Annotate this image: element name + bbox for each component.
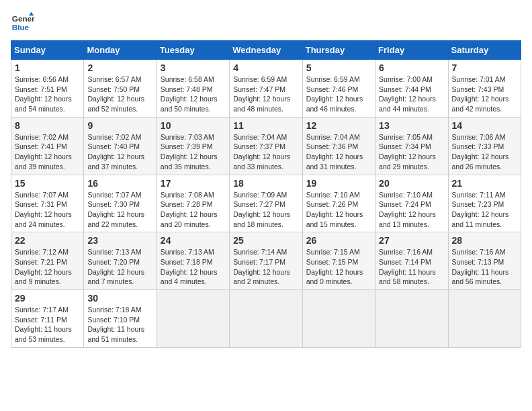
day-of-week-header: Sunday [11, 41, 84, 60]
calendar-week-row: 15Sunrise: 7:07 AM Sunset: 7:31 PM Dayli… [11, 175, 521, 232]
day-of-week-header: Friday [375, 41, 448, 60]
calendar-cell: 26Sunrise: 7:15 AM Sunset: 7:15 PM Dayli… [302, 232, 375, 290]
day-content: Sunrise: 7:11 AM Sunset: 7:23 PM Dayligh… [452, 190, 517, 230]
calendar-header-row: SundayMondayTuesdayWednesdayThursdayFrid… [11, 41, 521, 60]
day-content: Sunrise: 7:10 AM Sunset: 7:24 PM Dayligh… [379, 190, 444, 230]
day-of-week-header: Thursday [302, 41, 375, 60]
calendar-cell: 28Sunrise: 7:16 AM Sunset: 7:13 PM Dayli… [448, 232, 521, 290]
day-number: 13 [379, 120, 444, 131]
calendar-cell: 19Sunrise: 7:10 AM Sunset: 7:26 PM Dayli… [302, 175, 375, 232]
day-number: 29 [15, 293, 80, 304]
day-number: 21 [452, 178, 517, 189]
logo-icon: General Blue [11, 11, 35, 35]
calendar-cell: 18Sunrise: 7:09 AM Sunset: 7:27 PM Dayli… [230, 175, 302, 232]
calendar-cell: 13Sunrise: 7:05 AM Sunset: 7:34 PM Dayli… [375, 117, 448, 175]
calendar-cell [157, 290, 229, 348]
day-number: 3 [161, 62, 226, 73]
day-content: Sunrise: 7:00 AM Sunset: 7:44 PM Dayligh… [379, 75, 444, 114]
calendar-cell: 8Sunrise: 7:02 AM Sunset: 7:41 PM Daylig… [11, 117, 84, 175]
calendar-cell: 4Sunrise: 6:59 AM Sunset: 7:47 PM Daylig… [230, 60, 302, 118]
svg-text:Blue: Blue [12, 23, 30, 32]
day-content: Sunrise: 6:59 AM Sunset: 7:46 PM Dayligh… [306, 75, 371, 114]
day-number: 15 [15, 178, 80, 189]
day-number: 2 [87, 62, 152, 73]
day-number: 20 [379, 178, 444, 189]
day-content: Sunrise: 7:12 AM Sunset: 7:21 PM Dayligh… [15, 247, 80, 287]
calendar-cell: 1Sunrise: 6:56 AM Sunset: 7:51 PM Daylig… [11, 60, 84, 118]
calendar-cell: 11Sunrise: 7:04 AM Sunset: 7:37 PM Dayli… [230, 117, 302, 175]
day-number: 28 [452, 235, 517, 246]
calendar-cell: 25Sunrise: 7:14 AM Sunset: 7:17 PM Dayli… [230, 232, 302, 290]
day-number: 9 [87, 120, 152, 131]
day-content: Sunrise: 7:02 AM Sunset: 7:40 PM Dayligh… [87, 132, 152, 172]
calendar-week-row: 8Sunrise: 7:02 AM Sunset: 7:41 PM Daylig… [11, 117, 521, 175]
calendar-cell: 24Sunrise: 7:13 AM Sunset: 7:18 PM Dayli… [157, 232, 229, 290]
day-content: Sunrise: 7:03 AM Sunset: 7:39 PM Dayligh… [161, 132, 226, 172]
day-content: Sunrise: 7:02 AM Sunset: 7:41 PM Dayligh… [15, 132, 80, 172]
day-number: 1 [15, 62, 80, 73]
calendar-cell: 17Sunrise: 7:08 AM Sunset: 7:28 PM Dayli… [157, 175, 229, 232]
day-content: Sunrise: 7:04 AM Sunset: 7:36 PM Dayligh… [306, 132, 371, 172]
calendar-cell: 7Sunrise: 7:01 AM Sunset: 7:43 PM Daylig… [448, 60, 521, 118]
page-header: General Blue [11, 11, 521, 35]
day-content: Sunrise: 7:10 AM Sunset: 7:26 PM Dayligh… [306, 190, 371, 230]
day-number: 10 [161, 120, 226, 131]
day-number: 25 [233, 235, 298, 246]
day-content: Sunrise: 7:18 AM Sunset: 7:10 PM Dayligh… [87, 305, 152, 345]
day-content: Sunrise: 7:13 AM Sunset: 7:20 PM Dayligh… [87, 247, 152, 287]
day-content: Sunrise: 7:14 AM Sunset: 7:17 PM Dayligh… [233, 247, 298, 287]
calendar-week-row: 29Sunrise: 7:17 AM Sunset: 7:11 PM Dayli… [11, 290, 521, 348]
day-content: Sunrise: 6:56 AM Sunset: 7:51 PM Dayligh… [15, 75, 80, 114]
day-number: 19 [306, 178, 371, 189]
calendar-cell [230, 290, 302, 348]
day-content: Sunrise: 6:58 AM Sunset: 7:48 PM Dayligh… [161, 75, 226, 114]
calendar-cell: 20Sunrise: 7:10 AM Sunset: 7:24 PM Dayli… [375, 175, 448, 232]
day-content: Sunrise: 7:17 AM Sunset: 7:11 PM Dayligh… [15, 305, 80, 345]
calendar-cell: 12Sunrise: 7:04 AM Sunset: 7:36 PM Dayli… [302, 117, 375, 175]
day-content: Sunrise: 7:09 AM Sunset: 7:27 PM Dayligh… [233, 190, 298, 230]
day-content: Sunrise: 7:15 AM Sunset: 7:15 PM Dayligh… [306, 247, 371, 287]
calendar-week-row: 22Sunrise: 7:12 AM Sunset: 7:21 PM Dayli… [11, 232, 521, 290]
day-number: 23 [87, 235, 152, 246]
day-number: 18 [233, 178, 298, 189]
calendar-cell: 5Sunrise: 6:59 AM Sunset: 7:46 PM Daylig… [302, 60, 375, 118]
calendar-cell [302, 290, 375, 348]
calendar-cell: 27Sunrise: 7:16 AM Sunset: 7:14 PM Dayli… [375, 232, 448, 290]
day-content: Sunrise: 7:16 AM Sunset: 7:13 PM Dayligh… [452, 247, 517, 287]
day-number: 17 [161, 178, 226, 189]
day-content: Sunrise: 7:01 AM Sunset: 7:43 PM Dayligh… [452, 75, 517, 114]
day-number: 26 [306, 235, 371, 246]
day-of-week-header: Saturday [448, 41, 521, 60]
calendar-week-row: 1Sunrise: 6:56 AM Sunset: 7:51 PM Daylig… [11, 60, 521, 118]
day-content: Sunrise: 7:06 AM Sunset: 7:33 PM Dayligh… [452, 132, 517, 172]
day-number: 22 [15, 235, 80, 246]
calendar-cell: 15Sunrise: 7:07 AM Sunset: 7:31 PM Dayli… [11, 175, 84, 232]
day-content: Sunrise: 6:57 AM Sunset: 7:50 PM Dayligh… [87, 75, 152, 114]
logo: General Blue [11, 11, 35, 35]
calendar-cell: 14Sunrise: 7:06 AM Sunset: 7:33 PM Dayli… [448, 117, 521, 175]
calendar-cell: 2Sunrise: 6:57 AM Sunset: 7:50 PM Daylig… [84, 60, 157, 118]
day-number: 4 [233, 62, 298, 73]
day-content: Sunrise: 7:13 AM Sunset: 7:18 PM Dayligh… [161, 247, 226, 287]
day-number: 24 [161, 235, 226, 246]
day-content: Sunrise: 7:05 AM Sunset: 7:34 PM Dayligh… [379, 132, 444, 172]
day-number: 7 [452, 62, 517, 73]
calendar-cell [448, 290, 521, 348]
calendar-cell: 3Sunrise: 6:58 AM Sunset: 7:48 PM Daylig… [157, 60, 229, 118]
day-number: 14 [452, 120, 517, 131]
day-number: 11 [233, 120, 298, 131]
day-of-week-header: Monday [84, 41, 157, 60]
day-content: Sunrise: 7:04 AM Sunset: 7:37 PM Dayligh… [233, 132, 298, 172]
calendar-cell: 6Sunrise: 7:00 AM Sunset: 7:44 PM Daylig… [375, 60, 448, 118]
day-number: 12 [306, 120, 371, 131]
calendar-cell: 16Sunrise: 7:07 AM Sunset: 7:30 PM Dayli… [84, 175, 157, 232]
day-content: Sunrise: 7:16 AM Sunset: 7:14 PM Dayligh… [379, 247, 444, 287]
day-number: 8 [15, 120, 80, 131]
calendar-cell: 22Sunrise: 7:12 AM Sunset: 7:21 PM Dayli… [11, 232, 84, 290]
calendar-cell [375, 290, 448, 348]
calendar-cell: 10Sunrise: 7:03 AM Sunset: 7:39 PM Dayli… [157, 117, 229, 175]
day-number: 27 [379, 235, 444, 246]
day-of-week-header: Wednesday [230, 41, 302, 60]
calendar-table: SundayMondayTuesdayWednesdayThursdayFrid… [11, 40, 521, 348]
calendar-cell: 9Sunrise: 7:02 AM Sunset: 7:40 PM Daylig… [84, 117, 157, 175]
